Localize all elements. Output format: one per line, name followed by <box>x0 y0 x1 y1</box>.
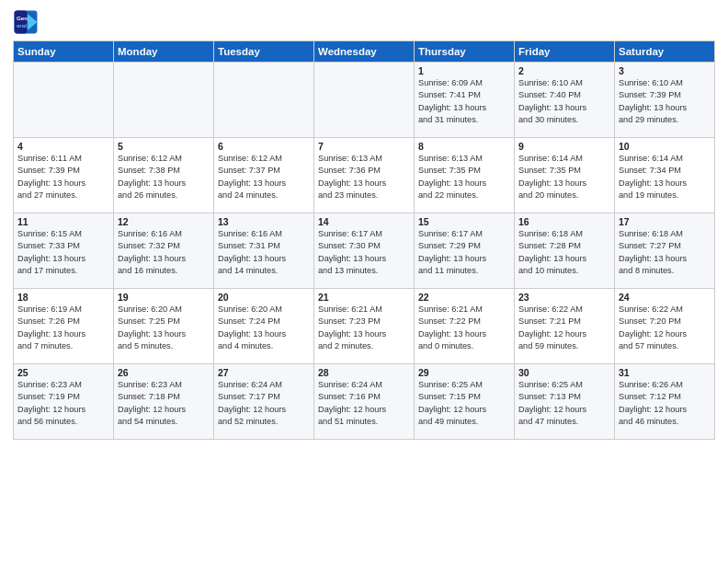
day-number: 12 <box>118 216 210 227</box>
calendar-cell: 21Sunrise: 6:21 AM Sunset: 7:23 PM Dayli… <box>314 289 415 364</box>
calendar-cell: 25Sunrise: 6:23 AM Sunset: 7:19 PM Dayli… <box>14 364 114 440</box>
week-row-3: 11Sunrise: 6:15 AM Sunset: 7:33 PM Dayli… <box>14 213 715 289</box>
calendar-cell: 13Sunrise: 6:16 AM Sunset: 7:31 PM Dayli… <box>214 213 314 289</box>
day-info: Sunrise: 6:18 AM Sunset: 7:28 PM Dayligh… <box>518 228 610 277</box>
page: Gen eral SundayMondayTuesdayWednesdayThu… <box>0 0 728 563</box>
day-number: 14 <box>318 216 410 227</box>
day-info: Sunrise: 6:21 AM Sunset: 7:23 PM Dayligh… <box>318 304 410 352</box>
calendar-cell: 16Sunrise: 6:18 AM Sunset: 7:28 PM Dayli… <box>515 213 615 289</box>
calendar-cell: 20Sunrise: 6:20 AM Sunset: 7:24 PM Dayli… <box>214 289 314 364</box>
calendar-cell: 6Sunrise: 6:12 AM Sunset: 7:37 PM Daylig… <box>214 138 314 213</box>
calendar-cell: 24Sunrise: 6:22 AM Sunset: 7:20 PM Dayli… <box>615 289 715 364</box>
day-info: Sunrise: 6:14 AM Sunset: 7:34 PM Dayligh… <box>619 153 711 201</box>
calendar-cell: 28Sunrise: 6:24 AM Sunset: 7:16 PM Dayli… <box>314 364 415 440</box>
calendar-cell: 22Sunrise: 6:21 AM Sunset: 7:22 PM Dayli… <box>415 289 515 364</box>
calendar-cell: 31Sunrise: 6:26 AM Sunset: 7:12 PM Dayli… <box>615 364 715 440</box>
calendar-cell: 8Sunrise: 6:13 AM Sunset: 7:35 PM Daylig… <box>415 138 515 213</box>
day-info: Sunrise: 6:12 AM Sunset: 7:37 PM Dayligh… <box>218 153 310 201</box>
week-row-2: 4Sunrise: 6:11 AM Sunset: 7:39 PM Daylig… <box>14 138 715 213</box>
calendar-cell: 30Sunrise: 6:25 AM Sunset: 7:13 PM Dayli… <box>515 364 615 440</box>
calendar-table: SundayMondayTuesdayWednesdayThursdayFrid… <box>13 40 715 440</box>
day-number: 7 <box>318 141 410 152</box>
calendar-cell: 15Sunrise: 6:17 AM Sunset: 7:29 PM Dayli… <box>415 213 515 289</box>
day-number: 27 <box>218 367 310 378</box>
day-info: Sunrise: 6:14 AM Sunset: 7:35 PM Dayligh… <box>518 153 610 201</box>
day-number: 6 <box>218 141 310 152</box>
day-info: Sunrise: 6:23 AM Sunset: 7:19 PM Dayligh… <box>17 379 109 428</box>
day-number: 19 <box>118 292 210 303</box>
calendar-cell: 19Sunrise: 6:20 AM Sunset: 7:25 PM Dayli… <box>114 289 214 364</box>
header: Gen eral <box>13 9 715 35</box>
weekday-header-friday: Friday <box>515 41 615 63</box>
day-number: 18 <box>17 292 109 303</box>
calendar-cell: 2Sunrise: 6:10 AM Sunset: 7:40 PM Daylig… <box>515 63 615 138</box>
day-info: Sunrise: 6:24 AM Sunset: 7:17 PM Dayligh… <box>218 379 310 428</box>
calendar-cell: 3Sunrise: 6:10 AM Sunset: 7:39 PM Daylig… <box>615 63 715 138</box>
calendar-cell: 5Sunrise: 6:12 AM Sunset: 7:38 PM Daylig… <box>114 138 214 213</box>
calendar-cell: 23Sunrise: 6:22 AM Sunset: 7:21 PM Dayli… <box>515 289 615 364</box>
week-row-4: 18Sunrise: 6:19 AM Sunset: 7:26 PM Dayli… <box>14 289 715 364</box>
day-number: 24 <box>619 292 711 303</box>
day-info: Sunrise: 6:13 AM Sunset: 7:35 PM Dayligh… <box>418 153 510 201</box>
day-number: 23 <box>518 292 610 303</box>
calendar-cell: 7Sunrise: 6:13 AM Sunset: 7:36 PM Daylig… <box>314 138 415 213</box>
day-number: 3 <box>619 65 711 76</box>
logo-icon: Gen eral <box>13 9 39 35</box>
day-info: Sunrise: 6:17 AM Sunset: 7:29 PM Dayligh… <box>418 228 510 277</box>
day-info: Sunrise: 6:26 AM Sunset: 7:12 PM Dayligh… <box>619 379 711 428</box>
day-number: 26 <box>118 367 210 378</box>
day-number: 29 <box>418 367 510 378</box>
calendar-cell: 14Sunrise: 6:17 AM Sunset: 7:30 PM Dayli… <box>314 213 415 289</box>
calendar-cell <box>14 63 114 138</box>
day-number: 17 <box>619 216 711 227</box>
calendar-cell: 1Sunrise: 6:09 AM Sunset: 7:41 PM Daylig… <box>415 63 515 138</box>
day-info: Sunrise: 6:15 AM Sunset: 7:33 PM Dayligh… <box>17 228 109 277</box>
day-info: Sunrise: 6:17 AM Sunset: 7:30 PM Dayligh… <box>318 228 410 277</box>
day-number: 28 <box>318 367 410 378</box>
day-number: 13 <box>218 216 310 227</box>
day-info: Sunrise: 6:09 AM Sunset: 7:41 PM Dayligh… <box>418 77 510 126</box>
day-info: Sunrise: 6:16 AM Sunset: 7:31 PM Dayligh… <box>218 228 310 277</box>
weekday-header-thursday: Thursday <box>415 41 515 63</box>
weekday-header-row: SundayMondayTuesdayWednesdayThursdayFrid… <box>14 41 715 63</box>
day-info: Sunrise: 6:11 AM Sunset: 7:39 PM Dayligh… <box>17 153 109 201</box>
day-info: Sunrise: 6:13 AM Sunset: 7:36 PM Dayligh… <box>318 153 410 201</box>
day-info: Sunrise: 6:19 AM Sunset: 7:26 PM Dayligh… <box>17 304 109 352</box>
logo: Gen eral <box>13 9 42 35</box>
calendar-cell: 26Sunrise: 6:23 AM Sunset: 7:18 PM Dayli… <box>114 364 214 440</box>
calendar-cell: 29Sunrise: 6:25 AM Sunset: 7:15 PM Dayli… <box>415 364 515 440</box>
calendar-cell: 4Sunrise: 6:11 AM Sunset: 7:39 PM Daylig… <box>14 138 114 213</box>
day-info: Sunrise: 6:23 AM Sunset: 7:18 PM Dayligh… <box>118 379 210 428</box>
weekday-header-saturday: Saturday <box>615 41 715 63</box>
day-number: 2 <box>518 65 610 76</box>
day-number: 8 <box>418 141 510 152</box>
day-info: Sunrise: 6:21 AM Sunset: 7:22 PM Dayligh… <box>418 304 510 352</box>
day-number: 4 <box>17 141 109 152</box>
calendar-cell <box>214 63 314 138</box>
calendar-cell: 18Sunrise: 6:19 AM Sunset: 7:26 PM Dayli… <box>14 289 114 364</box>
calendar-cell <box>314 63 415 138</box>
day-info: Sunrise: 6:12 AM Sunset: 7:38 PM Dayligh… <box>118 153 210 201</box>
svg-text:Gen: Gen <box>17 15 28 21</box>
day-number: 10 <box>619 141 711 152</box>
weekday-header-monday: Monday <box>114 41 214 63</box>
day-number: 30 <box>518 367 610 378</box>
calendar-cell: 12Sunrise: 6:16 AM Sunset: 7:32 PM Dayli… <box>114 213 214 289</box>
day-number: 25 <box>17 367 109 378</box>
day-number: 1 <box>418 65 510 76</box>
day-info: Sunrise: 6:20 AM Sunset: 7:24 PM Dayligh… <box>218 304 310 352</box>
calendar-cell <box>114 63 214 138</box>
week-row-1: 1Sunrise: 6:09 AM Sunset: 7:41 PM Daylig… <box>14 63 715 138</box>
day-number: 20 <box>218 292 310 303</box>
day-number: 31 <box>619 367 711 378</box>
day-number: 11 <box>17 216 109 227</box>
calendar-cell: 9Sunrise: 6:14 AM Sunset: 7:35 PM Daylig… <box>515 138 615 213</box>
day-info: Sunrise: 6:18 AM Sunset: 7:27 PM Dayligh… <box>619 228 711 277</box>
day-info: Sunrise: 6:10 AM Sunset: 7:40 PM Dayligh… <box>518 77 610 126</box>
day-number: 5 <box>118 141 210 152</box>
day-number: 9 <box>518 141 610 152</box>
day-info: Sunrise: 6:22 AM Sunset: 7:21 PM Dayligh… <box>518 304 610 352</box>
day-number: 21 <box>318 292 410 303</box>
day-number: 16 <box>518 216 610 227</box>
weekday-header-wednesday: Wednesday <box>314 41 415 63</box>
